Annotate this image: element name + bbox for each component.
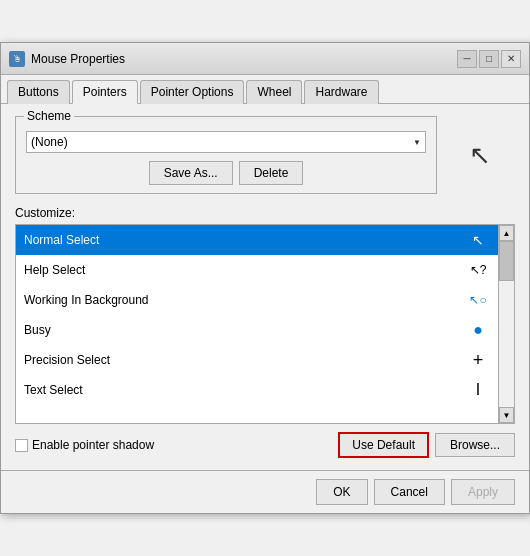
tab-pointers[interactable]: Pointers <box>72 80 138 104</box>
cancel-button[interactable]: Cancel <box>374 479 445 505</box>
apply-button[interactable]: Apply <box>451 479 515 505</box>
minimize-button[interactable]: ─ <box>457 50 477 68</box>
window-title: Mouse Properties <box>31 52 125 66</box>
bottom-row: Enable pointer shadow Use Default Browse… <box>15 432 515 458</box>
list-item-busy[interactable]: Busy ● <box>16 315 498 345</box>
save-as-button[interactable]: Save As... <box>149 161 233 185</box>
scheme-group: Scheme (None) ▼ Save As... Delete <box>15 116 437 194</box>
tab-wheel[interactable]: Wheel <box>246 80 302 104</box>
cursor-list: Normal Select ↖ Help Select ↖? Working I… <box>15 224 515 424</box>
title-controls: ─ □ ✕ <box>457 50 521 68</box>
list-item-label: Precision Select <box>24 353 110 367</box>
mouse-properties-window: 🖱 Mouse Properties ─ □ ✕ Buttons Pointer… <box>0 42 530 514</box>
list-item-label: Working In Background <box>24 293 149 307</box>
scheme-value: (None) <box>31 135 413 149</box>
customize-label: Customize: <box>15 206 515 220</box>
dropdown-arrow-icon: ▼ <box>413 138 421 147</box>
content-area: Scheme (None) ▼ Save As... Delete ↖ Cust… <box>1 104 529 470</box>
list-item-working[interactable]: Working In Background ↖○ <box>16 285 498 315</box>
cursor-icon-normal: ↖ <box>466 232 490 248</box>
title-bar: 🖱 Mouse Properties ─ □ ✕ <box>1 43 529 75</box>
cursor-icon-precision: + <box>466 350 490 371</box>
scroll-down-button[interactable]: ▼ <box>499 407 514 423</box>
list-item-help-select[interactable]: Help Select ↖? <box>16 255 498 285</box>
list-item-label: Normal Select <box>24 233 99 247</box>
tabs-bar: Buttons Pointers Pointer Options Wheel H… <box>1 75 529 104</box>
scheme-dropdown[interactable]: (None) ▼ <box>26 131 426 153</box>
window-icon: 🖱 <box>9 51 25 67</box>
list-item-label: Help Select <box>24 263 85 277</box>
tab-hardware[interactable]: Hardware <box>304 80 378 104</box>
list-item-normal-select[interactable]: Normal Select ↖ <box>16 225 498 255</box>
checkbox-row: Enable pointer shadow <box>15 438 332 452</box>
scroll-track[interactable] <box>499 241 514 407</box>
cursor-preview: ↖ <box>445 116 515 194</box>
ok-button[interactable]: OK <box>316 479 367 505</box>
list-scrollbar[interactable]: ▲ ▼ <box>498 225 514 423</box>
list-item-label: Text Select <box>24 383 83 397</box>
footer: OK Cancel Apply <box>1 470 529 513</box>
scroll-thumb[interactable] <box>499 241 514 281</box>
list-item-label: Busy <box>24 323 51 337</box>
cursor-icon-help: ↖? <box>466 263 490 277</box>
maximize-button[interactable]: □ <box>479 50 499 68</box>
scheme-label: Scheme <box>24 109 74 123</box>
browse-button[interactable]: Browse... <box>435 433 515 457</box>
use-default-button[interactable]: Use Default <box>338 432 429 458</box>
delete-button[interactable]: Delete <box>239 161 304 185</box>
enable-shadow-checkbox[interactable] <box>15 439 28 452</box>
cursor-icon-text: I <box>466 381 490 399</box>
list-item-precision[interactable]: Precision Select + <box>16 345 498 375</box>
scroll-up-button[interactable]: ▲ <box>499 225 514 241</box>
list-item-text[interactable]: Text Select I <box>16 375 498 405</box>
close-button[interactable]: ✕ <box>501 50 521 68</box>
cursor-icon-working: ↖○ <box>466 293 490 307</box>
enable-shadow-label: Enable pointer shadow <box>32 438 154 452</box>
tab-buttons[interactable]: Buttons <box>7 80 70 104</box>
tab-pointer-options[interactable]: Pointer Options <box>140 80 245 104</box>
cursor-icon-busy: ● <box>466 321 490 339</box>
